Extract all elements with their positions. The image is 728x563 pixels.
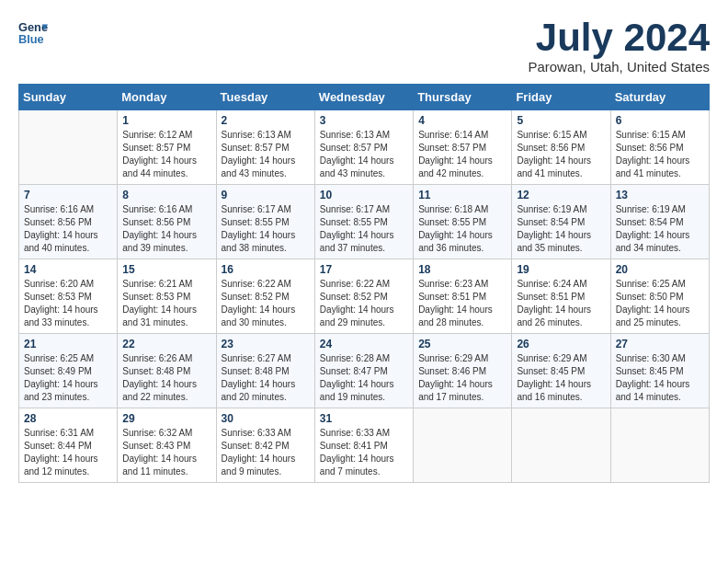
- calendar-cell: 30Sunrise: 6:33 AMSunset: 8:42 PMDayligh…: [216, 408, 314, 483]
- day-info: Sunrise: 6:16 AMSunset: 8:56 PMDaylight:…: [24, 203, 112, 255]
- day-number: 27: [616, 338, 704, 350]
- calendar-week-row: 1Sunrise: 6:12 AMSunset: 8:57 PMDaylight…: [19, 110, 710, 185]
- svg-text:Blue: Blue: [18, 32, 44, 46]
- day-info: Sunrise: 6:15 AMSunset: 8:56 PMDaylight:…: [517, 129, 605, 180]
- calendar-cell: [610, 408, 709, 483]
- calendar-header-sunday: Sunday: [19, 85, 118, 110]
- day-info: Sunrise: 6:19 AMSunset: 8:54 PMDaylight:…: [517, 203, 605, 255]
- month-title: July 2024: [528, 18, 710, 57]
- day-info: Sunrise: 6:19 AMSunset: 8:54 PMDaylight:…: [616, 203, 704, 255]
- day-number: 26: [517, 338, 605, 350]
- day-number: 5: [517, 114, 605, 127]
- calendar-header-monday: Monday: [118, 85, 216, 110]
- day-info: Sunrise: 6:22 AMSunset: 8:52 PMDaylight:…: [222, 278, 310, 329]
- day-info: Sunrise: 6:18 AMSunset: 8:55 PMDaylight:…: [418, 203, 506, 255]
- calendar-cell: 31Sunrise: 6:33 AMSunset: 8:41 PMDayligh…: [314, 408, 413, 483]
- calendar-cell: 17Sunrise: 6:22 AMSunset: 8:52 PMDayligh…: [314, 259, 413, 334]
- day-number: 3: [320, 114, 408, 127]
- day-info: Sunrise: 6:33 AMSunset: 8:42 PMDaylight:…: [222, 427, 310, 478]
- day-info: Sunrise: 6:31 AMSunset: 8:44 PMDaylight:…: [24, 427, 112, 478]
- calendar-week-row: 7Sunrise: 6:16 AMSunset: 8:56 PMDaylight…: [19, 185, 710, 259]
- calendar-cell: 9Sunrise: 6:17 AMSunset: 8:55 PMDaylight…: [216, 185, 314, 259]
- day-info: Sunrise: 6:17 AMSunset: 8:55 PMDaylight:…: [320, 203, 408, 255]
- day-number: 6: [616, 114, 704, 127]
- calendar-cell: 11Sunrise: 6:18 AMSunset: 8:55 PMDayligh…: [414, 185, 512, 259]
- calendar-cell: 4Sunrise: 6:14 AMSunset: 8:57 PMDaylight…: [414, 110, 512, 185]
- calendar-cell: 14Sunrise: 6:20 AMSunset: 8:53 PMDayligh…: [19, 259, 118, 334]
- day-info: Sunrise: 6:16 AMSunset: 8:56 PMDaylight:…: [122, 203, 210, 255]
- calendar-table: SundayMondayTuesdayWednesdayThursdayFrid…: [18, 84, 710, 483]
- day-info: Sunrise: 6:21 AMSunset: 8:53 PMDaylight:…: [122, 278, 210, 329]
- calendar-cell: 25Sunrise: 6:29 AMSunset: 8:46 PMDayligh…: [414, 334, 512, 408]
- calendar-cell: 29Sunrise: 6:32 AMSunset: 8:43 PMDayligh…: [118, 408, 216, 483]
- calendar-cell: 26Sunrise: 6:29 AMSunset: 8:45 PMDayligh…: [512, 334, 610, 408]
- day-number: 10: [320, 189, 408, 201]
- day-number: 2: [222, 114, 310, 127]
- day-info: Sunrise: 6:15 AMSunset: 8:56 PMDaylight:…: [616, 129, 704, 180]
- day-number: 18: [418, 263, 506, 276]
- day-info: Sunrise: 6:27 AMSunset: 8:48 PMDaylight:…: [222, 352, 310, 404]
- day-number: 12: [517, 189, 605, 201]
- calendar-cell: 12Sunrise: 6:19 AMSunset: 8:54 PMDayligh…: [512, 185, 610, 259]
- calendar-cell: 21Sunrise: 6:25 AMSunset: 8:49 PMDayligh…: [19, 334, 118, 408]
- day-number: 9: [222, 189, 310, 201]
- day-number: 23: [222, 338, 310, 350]
- day-info: Sunrise: 6:25 AMSunset: 8:49 PMDaylight:…: [24, 352, 112, 404]
- day-number: 4: [418, 114, 506, 127]
- day-number: 25: [418, 338, 506, 350]
- calendar-cell: [19, 110, 118, 185]
- day-number: 15: [122, 263, 210, 276]
- title-block: July 2024 Parowan, Utah, United States: [528, 18, 710, 75]
- day-number: 29: [122, 412, 210, 425]
- day-info: Sunrise: 6:29 AMSunset: 8:46 PMDaylight:…: [418, 352, 506, 404]
- calendar-cell: 7Sunrise: 6:16 AMSunset: 8:56 PMDaylight…: [19, 185, 118, 259]
- calendar-cell: 16Sunrise: 6:22 AMSunset: 8:52 PMDayligh…: [216, 259, 314, 334]
- day-info: Sunrise: 6:17 AMSunset: 8:55 PMDaylight:…: [222, 203, 310, 255]
- page-header: General Blue July 2024 Parowan, Utah, Un…: [18, 18, 710, 75]
- calendar-cell: 28Sunrise: 6:31 AMSunset: 8:44 PMDayligh…: [19, 408, 118, 483]
- calendar-cell: 23Sunrise: 6:27 AMSunset: 8:48 PMDayligh…: [216, 334, 314, 408]
- day-info: Sunrise: 6:30 AMSunset: 8:45 PMDaylight:…: [616, 352, 704, 404]
- calendar-cell: 20Sunrise: 6:25 AMSunset: 8:50 PMDayligh…: [610, 259, 709, 334]
- calendar-cell: 5Sunrise: 6:15 AMSunset: 8:56 PMDaylight…: [512, 110, 610, 185]
- day-info: Sunrise: 6:25 AMSunset: 8:50 PMDaylight:…: [616, 278, 704, 329]
- day-number: 14: [24, 263, 112, 276]
- day-number: 11: [418, 189, 506, 201]
- calendar-cell: [414, 408, 512, 483]
- calendar-cell: 15Sunrise: 6:21 AMSunset: 8:53 PMDayligh…: [118, 259, 216, 334]
- day-number: 17: [320, 263, 408, 276]
- calendar-cell: 18Sunrise: 6:23 AMSunset: 8:51 PMDayligh…: [414, 259, 512, 334]
- day-info: Sunrise: 6:33 AMSunset: 8:41 PMDaylight:…: [320, 427, 408, 478]
- day-info: Sunrise: 6:28 AMSunset: 8:47 PMDaylight:…: [320, 352, 408, 404]
- day-info: Sunrise: 6:32 AMSunset: 8:43 PMDaylight:…: [122, 427, 210, 478]
- calendar-week-row: 21Sunrise: 6:25 AMSunset: 8:49 PMDayligh…: [19, 334, 710, 408]
- day-number: 1: [122, 114, 210, 127]
- logo-icon: General Blue: [18, 18, 48, 48]
- day-number: 24: [320, 338, 408, 350]
- day-number: 7: [24, 189, 112, 201]
- day-info: Sunrise: 6:12 AMSunset: 8:57 PMDaylight:…: [122, 129, 210, 180]
- day-number: 28: [24, 412, 112, 425]
- day-number: 16: [222, 263, 310, 276]
- calendar-cell: 8Sunrise: 6:16 AMSunset: 8:56 PMDaylight…: [118, 185, 216, 259]
- day-info: Sunrise: 6:26 AMSunset: 8:48 PMDaylight:…: [122, 352, 210, 404]
- calendar-cell: 13Sunrise: 6:19 AMSunset: 8:54 PMDayligh…: [610, 185, 709, 259]
- calendar-header-wednesday: Wednesday: [314, 85, 413, 110]
- day-info: Sunrise: 6:23 AMSunset: 8:51 PMDaylight:…: [418, 278, 506, 329]
- calendar-header-saturday: Saturday: [610, 85, 709, 110]
- day-number: 13: [616, 189, 704, 201]
- calendar-header-row: SundayMondayTuesdayWednesdayThursdayFrid…: [19, 85, 710, 110]
- day-number: 22: [122, 338, 210, 350]
- calendar-header-friday: Friday: [512, 85, 610, 110]
- day-info: Sunrise: 6:29 AMSunset: 8:45 PMDaylight:…: [517, 352, 605, 404]
- day-info: Sunrise: 6:24 AMSunset: 8:51 PMDaylight:…: [517, 278, 605, 329]
- day-number: 19: [517, 263, 605, 276]
- calendar-cell: [512, 408, 610, 483]
- day-number: 20: [616, 263, 704, 276]
- day-info: Sunrise: 6:22 AMSunset: 8:52 PMDaylight:…: [320, 278, 408, 329]
- calendar-cell: 1Sunrise: 6:12 AMSunset: 8:57 PMDaylight…: [118, 110, 216, 185]
- location: Parowan, Utah, United States: [528, 59, 710, 75]
- calendar-week-row: 28Sunrise: 6:31 AMSunset: 8:44 PMDayligh…: [19, 408, 710, 483]
- calendar-header-tuesday: Tuesday: [216, 85, 314, 110]
- calendar-cell: 2Sunrise: 6:13 AMSunset: 8:57 PMDaylight…: [216, 110, 314, 185]
